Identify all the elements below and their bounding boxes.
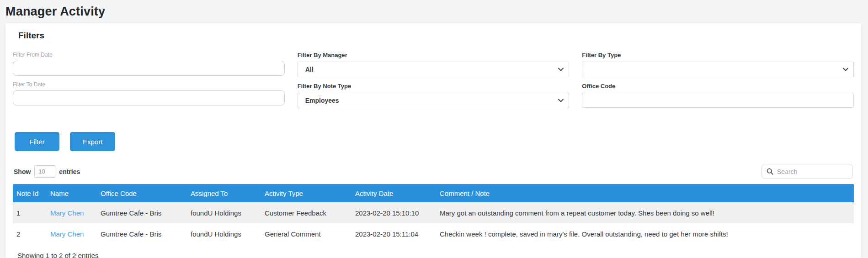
filter-from-date-group: Filter From Date (13, 52, 285, 76)
filter-by-manager-select[interactable]: All (298, 62, 570, 77)
page-title: Manager Activity (0, 0, 868, 23)
filter-by-type-label: Filter By Type (582, 52, 854, 58)
filter-buttons: Filter Export (13, 132, 854, 151)
table-row: 2 Mary Chen Gumtree Cafe - Bris foundU H… (13, 223, 854, 244)
search-icon (767, 168, 773, 175)
filter-by-type-select[interactable] (582, 62, 854, 77)
table-row: 1 Mary Chen Gumtree Cafe - Bris foundU H… (13, 202, 854, 223)
entries-label: entries (59, 168, 80, 175)
export-button[interactable]: Export (70, 132, 115, 151)
column-header-assigned-to[interactable]: Assigned To (187, 184, 261, 202)
cell-comment: Checkin week ! complete, saved in mary's… (436, 223, 854, 244)
filter-from-date-label: Filter From Date (13, 52, 285, 58)
column-header-office-code[interactable]: Office Code (97, 184, 187, 202)
search-box[interactable] (761, 164, 853, 179)
filters-heading: Filters (13, 31, 854, 41)
office-code-group: Office Code (582, 83, 854, 108)
filter-column-manager: Filter By Manager All Filter By Note Typ… (298, 52, 570, 114)
cell-activity-date: 2023-02-20 15:11:04 (351, 223, 436, 244)
show-label: Show (14, 168, 31, 175)
cell-note-id: 2 (13, 223, 47, 244)
filters-card: Filters Filter From Date Filter To Date … (5, 23, 861, 258)
cell-name: Mary Chen (47, 223, 97, 244)
filter-by-manager-label: Filter By Manager (298, 52, 570, 58)
filter-to-date-input[interactable] (13, 90, 285, 105)
filter-by-note-type-label: Filter By Note Type (298, 83, 570, 90)
cell-name: Mary Chen (47, 202, 97, 223)
filter-by-note-type-select[interactable]: Employees (298, 93, 570, 108)
cell-assigned-to: foundU Holdings (187, 223, 261, 244)
office-code-input[interactable] (582, 93, 854, 108)
table-header: Note Id Name Office Code Assigned To Act… (13, 184, 854, 202)
office-code-label: Office Code (582, 83, 854, 90)
cell-note-id: 1 (13, 202, 47, 223)
column-header-activity-date[interactable]: Activity Date (351, 184, 436, 202)
filter-from-date-input[interactable] (13, 61, 285, 76)
column-header-name[interactable]: Name (47, 184, 97, 202)
table-controls: Show entries (13, 164, 854, 179)
cell-activity-date: 2023-02-20 15:10:10 (351, 202, 436, 223)
filter-column-type: Filter By Type Office Code (582, 52, 854, 114)
filter-to-date-group: Filter To Date (13, 81, 285, 105)
activity-table: Note Id Name Office Code Assigned To Act… (13, 184, 854, 244)
cell-activity-type: Customer Feedback (261, 202, 351, 223)
cell-office-code: Gumtree Cafe - Bris (97, 223, 187, 244)
cell-office-code: Gumtree Cafe - Bris (97, 202, 187, 223)
entries-count-input[interactable] (34, 165, 55, 178)
filter-button[interactable]: Filter (15, 132, 59, 151)
cell-activity-type: General Comment (261, 223, 351, 244)
column-header-activity-type[interactable]: Activity Type (261, 184, 351, 202)
cell-comment: Mary got an outstanding comment from a r… (436, 202, 854, 223)
table-body: 1 Mary Chen Gumtree Cafe - Bris foundU H… (13, 202, 854, 244)
filter-by-manager-group: Filter By Manager All (298, 52, 570, 77)
table-info: Showing 1 to 2 of 2 entries (13, 252, 854, 258)
search-input[interactable] (777, 168, 860, 175)
employee-name-link[interactable]: Mary Chen (50, 209, 84, 217)
employee-name-link[interactable]: Mary Chen (50, 230, 84, 238)
cell-assigned-to: foundU Holdings (187, 202, 261, 223)
filter-by-type-group: Filter By Type (582, 52, 854, 77)
filter-by-note-type-group: Filter By Note Type Employees (298, 83, 570, 108)
column-header-note-id[interactable]: Note Id (13, 184, 47, 202)
show-entries-control: Show entries (14, 165, 80, 178)
filter-grid: Filter From Date Filter To Date Filter B… (13, 52, 854, 114)
filter-to-date-label: Filter To Date (13, 81, 285, 88)
filter-column-dates: Filter From Date Filter To Date (13, 52, 285, 114)
column-header-comment[interactable]: Comment / Note (436, 184, 854, 202)
